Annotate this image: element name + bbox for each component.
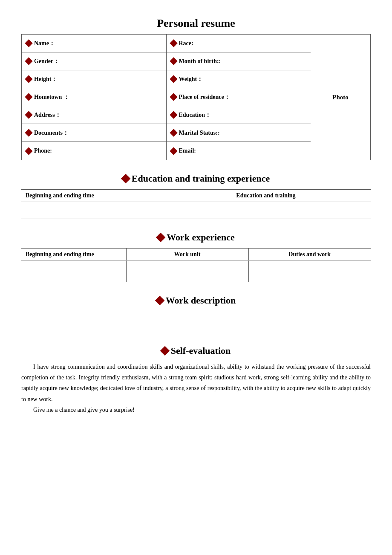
marital-label: Marital Status:: xyxy=(179,130,220,136)
documents-row: Documents： xyxy=(22,124,166,142)
diamond-icon xyxy=(25,75,32,83)
address-label: Address： xyxy=(34,111,61,119)
edu-time-cell xyxy=(21,202,161,219)
birth-row: Month of birth:: xyxy=(167,52,311,70)
self-eval-para2: Give me a chance and give you a surprise… xyxy=(21,405,371,415)
documents-label: Documents： xyxy=(34,129,69,137)
phone-label: Phone: xyxy=(34,147,52,154)
weight-label: Weight： xyxy=(179,75,203,83)
edu-table: Beginning and ending time Education and … xyxy=(21,189,371,219)
diamond-icon xyxy=(170,129,177,136)
weight-row: Weight： xyxy=(167,70,311,88)
gender-label: Gender： xyxy=(34,58,59,65)
edu-training-cell xyxy=(161,202,371,219)
info-columns: Name： Gender： Height： Hometown ： Address… xyxy=(22,35,311,160)
diamond-icon xyxy=(121,174,130,184)
self-eval-section-header: Self-evaluation xyxy=(21,345,371,356)
diamond-icon xyxy=(25,129,32,136)
diamond-icon xyxy=(160,346,170,356)
photo-label: Photo xyxy=(332,94,349,101)
height-label: Height： xyxy=(34,75,57,83)
work-desc-content xyxy=(21,311,371,332)
diamond-icon xyxy=(170,57,177,65)
address-row: Address： xyxy=(22,106,166,124)
name-label: Name： xyxy=(34,40,55,47)
work-time-cell xyxy=(21,261,126,282)
diamond-icon xyxy=(25,57,32,65)
hometown-label: Hometown ： xyxy=(34,93,69,101)
info-col-left: Name： Gender： Height： Hometown ： Address… xyxy=(22,35,167,160)
education-row: Education： xyxy=(167,106,311,124)
race-label: Race: xyxy=(179,40,193,47)
work-desc-title: Work description xyxy=(166,295,236,306)
work-col1-header: Beginning and ending time xyxy=(21,249,126,261)
race-row: Race: xyxy=(167,35,311,52)
diamond-icon xyxy=(170,75,177,83)
diamond-icon xyxy=(155,296,164,306)
photo-box: Photo xyxy=(311,35,370,160)
work-desc-section-header: Work description xyxy=(21,295,371,306)
edu-col2-header: Education and training xyxy=(161,190,371,202)
page-title: Personal resume xyxy=(21,17,371,30)
diamond-icon xyxy=(25,93,32,101)
work-col2-header: Work unit xyxy=(126,249,248,261)
email-row: Email: xyxy=(167,142,311,160)
work-section-header: Work experience xyxy=(21,232,371,243)
work-title: Work experience xyxy=(167,232,234,243)
self-eval-title: Self-evaluation xyxy=(171,345,231,356)
email-label: Email: xyxy=(179,147,196,154)
edu-table-row xyxy=(21,202,371,219)
work-table-header-row: Beginning and ending time Work unit Duti… xyxy=(21,249,371,261)
marital-row: Marital Status:: xyxy=(167,124,311,142)
diamond-icon xyxy=(170,111,177,119)
edu-section-header: Education and training experience xyxy=(21,173,371,184)
diamond-icon xyxy=(170,39,177,47)
diamond-icon xyxy=(156,233,166,243)
self-eval-para1: I have strong communication and coordina… xyxy=(21,361,371,405)
height-row: Height： xyxy=(22,70,166,88)
hometown-row: Hometown ： xyxy=(22,88,166,106)
personal-info-table: Name： Gender： Height： Hometown ： Address… xyxy=(21,34,371,160)
edu-table-header-row: Beginning and ending time Education and … xyxy=(21,190,371,202)
edu-col1-header: Beginning and ending time xyxy=(21,190,161,202)
edu-title: Education and training experience xyxy=(132,173,270,184)
birth-label: Month of birth:: xyxy=(179,58,221,65)
residence-label: Place of residence： xyxy=(179,93,230,101)
work-unit-cell xyxy=(126,261,248,282)
info-col-right: Race: Month of birth:: Weight： Place of … xyxy=(167,35,311,160)
name-row: Name： xyxy=(22,35,166,52)
diamond-icon xyxy=(25,147,32,155)
gender-row: Gender： xyxy=(22,52,166,70)
phone-row: Phone: xyxy=(22,142,166,160)
diamond-icon xyxy=(170,147,177,155)
work-duties-cell xyxy=(248,261,371,282)
work-col3-header: Duties and work xyxy=(248,249,371,261)
diamond-icon xyxy=(25,39,32,47)
residence-row: Place of residence： xyxy=(167,88,311,106)
self-eval-content: I have strong communication and coordina… xyxy=(21,361,371,415)
work-table-row xyxy=(21,261,371,282)
work-table: Beginning and ending time Work unit Duti… xyxy=(21,248,371,282)
education-label: Education： xyxy=(179,111,211,119)
diamond-icon xyxy=(170,93,177,101)
diamond-icon xyxy=(25,111,32,119)
